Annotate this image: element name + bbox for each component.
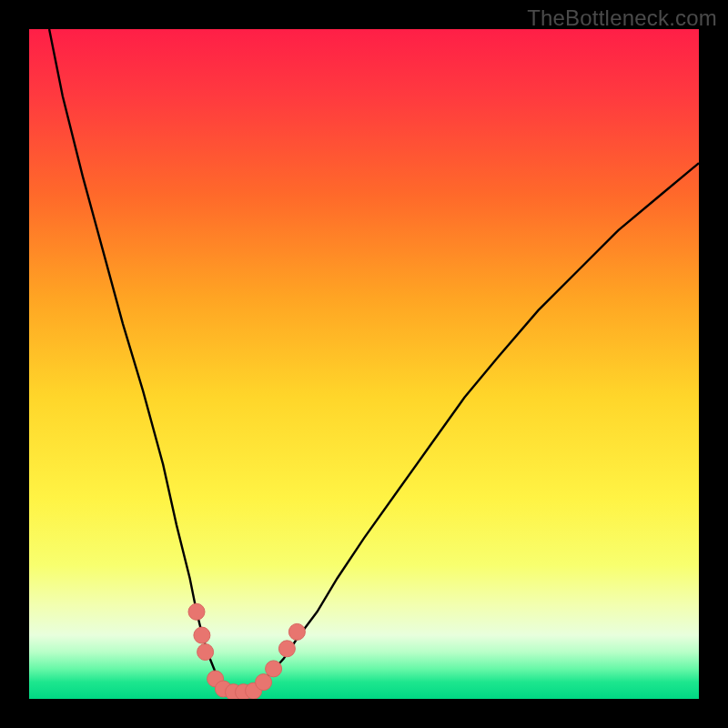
data-point xyxy=(194,627,210,643)
data-point xyxy=(256,674,272,691)
data-point xyxy=(266,661,282,677)
data-point xyxy=(188,603,205,620)
bottleneck-curve xyxy=(49,29,699,693)
curve-layer xyxy=(29,29,699,699)
watermark-text: TheBottleneck.com xyxy=(527,5,717,31)
data-point xyxy=(197,644,214,661)
data-point xyxy=(288,623,305,640)
chart-frame: TheBottleneck.com xyxy=(0,0,728,728)
data-markers xyxy=(188,603,305,699)
plot-area xyxy=(29,29,699,699)
data-point xyxy=(278,641,295,657)
